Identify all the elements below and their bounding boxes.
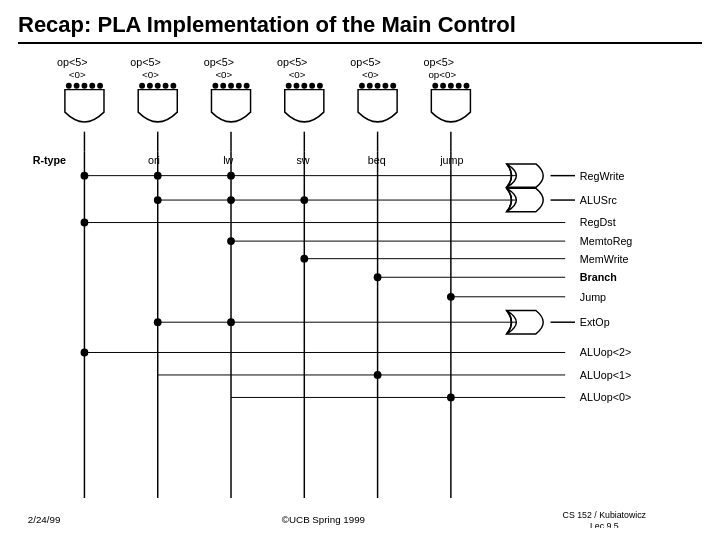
row-regwrite: RegWrite [81, 164, 625, 187]
op-label-4: op<5> [350, 56, 380, 68]
svg-point-57 [154, 318, 162, 326]
and-gate-rtype [65, 83, 104, 151]
svg-point-49 [227, 237, 235, 245]
svg-point-25 [367, 83, 373, 89]
output-aluop2: ALUop<2> [580, 346, 631, 358]
output-extop: ExtOp [580, 316, 610, 328]
svg-point-16 [244, 83, 250, 89]
footer-right-line1: CS 152 / Kubiatowicz [563, 510, 647, 520]
slide: Recap: PLA Implementation of the Main Co… [0, 0, 720, 540]
output-aluop0: ALUop<0> [580, 391, 631, 403]
svg-point-39 [227, 172, 235, 180]
svg-point-42 [154, 196, 162, 204]
row-jump: Jump [447, 291, 606, 303]
svg-point-20 [301, 83, 307, 89]
output-memtoreg: MemtoReg [580, 235, 633, 247]
footer-right-line2: Lec 9.5 [590, 521, 619, 528]
footer-center: ©UCB Spring 1999 [282, 514, 365, 525]
svg-point-4 [97, 83, 103, 89]
row-aluop1: ALUop<1> [158, 369, 631, 381]
row-alusrc: ALUSrc [154, 188, 618, 211]
row-extop: ExtOp [154, 310, 610, 333]
and-gate-jump [431, 83, 470, 151]
svg-point-12 [212, 83, 218, 89]
svg-point-0 [66, 83, 72, 89]
svg-point-22 [317, 83, 323, 89]
row-memwrite: MemWrite [300, 253, 628, 265]
svg-point-3 [89, 83, 95, 89]
svg-point-33 [456, 83, 462, 89]
svg-point-27 [382, 83, 388, 89]
svg-point-30 [432, 83, 438, 89]
svg-point-7 [147, 83, 153, 89]
and-gate-beq [358, 83, 397, 151]
svg-point-63 [374, 371, 382, 379]
svg-point-8 [155, 83, 161, 89]
svg-point-15 [236, 83, 242, 89]
op-bot-0: <0> [69, 69, 86, 80]
svg-point-21 [309, 83, 315, 89]
svg-point-13 [220, 83, 226, 89]
svg-point-58 [227, 318, 235, 326]
svg-point-1 [74, 83, 80, 89]
label-sw: sw [296, 154, 309, 166]
svg-point-61 [81, 349, 89, 357]
op-label-5: op<5> [424, 56, 454, 68]
svg-point-10 [170, 83, 176, 89]
row-memtoreg: MemtoReg [227, 235, 632, 247]
svg-point-37 [81, 172, 89, 180]
svg-point-6 [139, 83, 145, 89]
label-rtype: R-type [33, 154, 66, 166]
svg-point-51 [300, 255, 308, 263]
footer-left: 2/24/99 [28, 514, 61, 525]
svg-point-38 [154, 172, 162, 180]
op-bot-5: op<0> [428, 69, 456, 80]
svg-point-47 [81, 219, 89, 227]
svg-point-18 [286, 83, 292, 89]
svg-point-31 [440, 83, 446, 89]
label-lw: lw [223, 154, 233, 166]
svg-point-9 [163, 83, 169, 89]
svg-point-44 [300, 196, 308, 204]
row-aluop2: ALUop<2> [81, 346, 632, 358]
op-bot-4: <0> [362, 69, 379, 80]
output-aluop1: ALUop<1> [580, 369, 631, 381]
svg-point-43 [227, 196, 235, 204]
slide-title: Recap: PLA Implementation of the Main Co… [18, 12, 702, 44]
op-bot-2: <0> [215, 69, 232, 80]
svg-point-14 [228, 83, 234, 89]
output-regwrite: RegWrite [580, 170, 625, 182]
and-gate-sw [285, 83, 324, 151]
and-gate-ori [138, 83, 177, 151]
op-bot-3: <0> [289, 69, 306, 80]
svg-point-19 [294, 83, 300, 89]
output-alusrc: ALUSrc [580, 194, 618, 206]
svg-point-65 [447, 394, 455, 402]
output-branch: Branch [580, 271, 617, 283]
svg-point-55 [447, 293, 455, 301]
svg-point-2 [82, 83, 88, 89]
op-label-1: op<5> [130, 56, 160, 68]
op-bot-1: <0> [142, 69, 159, 80]
op-label-2: op<5> [204, 56, 234, 68]
op-label-0: op<5> [57, 56, 87, 68]
svg-point-53 [374, 273, 382, 281]
svg-point-34 [464, 83, 470, 89]
diagram-area: op<5> op<5> op<5> op<5> op<5> op<5> <0> … [18, 48, 702, 528]
and-gate-lw [211, 83, 250, 151]
main-diagram: op<5> op<5> op<5> op<5> op<5> op<5> <0> … [18, 48, 702, 528]
output-regdst: RegDst [580, 216, 616, 228]
output-jump: Jump [580, 291, 606, 303]
row-branch: Branch [374, 271, 617, 283]
op-label-3: op<5> [277, 56, 307, 68]
row-aluop0: ALUop<0> [231, 391, 631, 403]
row-regdst: RegDst [81, 216, 616, 228]
svg-point-26 [375, 83, 381, 89]
svg-point-28 [390, 83, 396, 89]
label-beq: beq [368, 154, 386, 166]
output-memwrite: MemWrite [580, 253, 629, 265]
svg-point-24 [359, 83, 365, 89]
svg-point-32 [448, 83, 454, 89]
